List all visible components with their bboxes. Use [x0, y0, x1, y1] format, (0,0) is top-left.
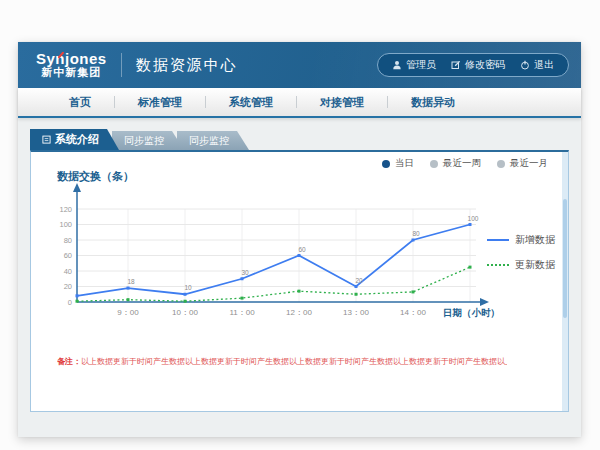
- data-point: [355, 285, 358, 288]
- x-tick-label: 14：00: [400, 308, 426, 317]
- tab-system-intro[interactable]: 系统介绍: [30, 129, 119, 150]
- y-tick-label: 0: [68, 298, 72, 307]
- y-tick-label: 20: [64, 282, 72, 291]
- x-tick-label: 13：00: [343, 308, 369, 317]
- data-point: [76, 300, 79, 303]
- app-window: Synjones 新中新集团 数据资源中心 管理员 修改密码: [18, 42, 581, 437]
- point-value-label: 10: [184, 284, 192, 291]
- tab-label: 系统介绍: [55, 132, 99, 147]
- y-tick-label: 100: [59, 220, 72, 229]
- tab-bar: 系统介绍同步监控同步监控: [30, 129, 581, 150]
- footnote-text: 以上数据更新于时间产生数据以上数据更新于时间产生数据以上数据更新于时间产生数据以…: [81, 357, 507, 366]
- document-icon: [42, 135, 51, 144]
- logo[interactable]: Synjones 新中新集团: [30, 51, 107, 78]
- y-tick-label: 120: [59, 205, 72, 214]
- x-tick-label: 12：00: [286, 308, 312, 317]
- x-axis-title: 日期（小时）: [443, 307, 500, 319]
- logo-company-name: 新中新集团: [36, 67, 107, 79]
- point-value-label: 18: [127, 278, 135, 285]
- legend-item-1[interactable]: 更新数据: [487, 258, 555, 272]
- tab-label: 同步监控: [189, 134, 229, 148]
- data-point: [298, 290, 301, 293]
- legend-item-0[interactable]: 新增数据: [487, 233, 555, 247]
- y-tick-label: 60: [64, 251, 72, 260]
- radio-icon: [497, 160, 505, 168]
- logo-wordmark: Synjones: [36, 51, 107, 67]
- nav-data-change[interactable]: 数据异动: [388, 95, 478, 110]
- change-password-label: 修改密码: [465, 58, 505, 72]
- user-icon: [392, 60, 402, 70]
- data-point: [298, 254, 301, 257]
- x-tick-label: 9：00: [117, 308, 139, 317]
- tab-sync-monitor-2[interactable]: 同步监控: [177, 131, 249, 150]
- filter-today[interactable]: 当日: [382, 157, 414, 170]
- logout-label: 退出: [534, 58, 554, 72]
- y-tick-label: 80: [64, 236, 72, 245]
- footnote: 备注：以上数据更新于时间产生数据以上数据更新于时间产生数据以上数据更新于时间产生…: [57, 356, 507, 367]
- filter-last-week[interactable]: 最近一周: [430, 157, 481, 170]
- data-point: [127, 287, 130, 290]
- panel-scrollbar[interactable]: [562, 152, 568, 411]
- data-point: [469, 266, 472, 269]
- nav-system-mgmt[interactable]: 系统管理: [206, 95, 296, 110]
- data-point: [469, 223, 472, 226]
- data-point: [241, 277, 244, 280]
- data-point: [184, 293, 187, 296]
- user-menu[interactable]: 管理员: [392, 58, 436, 72]
- series-0-line: [77, 225, 470, 296]
- data-point: [127, 298, 130, 301]
- filter-last-month[interactable]: 最近一月: [497, 157, 548, 170]
- chart-legend: 新增数据更新数据: [487, 233, 555, 272]
- data-point: [412, 290, 415, 293]
- x-tick-label: 10：00: [172, 308, 198, 317]
- time-filter-group: 当日最近一周最近一月: [382, 157, 548, 170]
- user-name: 管理员: [406, 58, 436, 72]
- power-icon: [520, 60, 530, 70]
- y-axis-arrow: [73, 183, 81, 192]
- data-point: [241, 297, 244, 300]
- series-1-line: [77, 267, 470, 301]
- app-header: Synjones 新中新集团 数据资源中心 管理员 修改密码: [18, 42, 581, 88]
- point-value-label: 80: [412, 230, 420, 237]
- tab-label: 同步监控: [124, 134, 164, 148]
- nav-home[interactable]: 首页: [46, 95, 114, 110]
- user-toolbar: 管理员 修改密码 退出: [377, 53, 569, 77]
- point-value-label: 60: [298, 246, 306, 253]
- filter-label: 最近一月: [510, 157, 548, 170]
- data-point: [412, 239, 415, 242]
- point-value-label: 30: [241, 269, 249, 276]
- x-axis-arrow: [480, 298, 489, 306]
- data-point: [355, 293, 358, 296]
- footnote-prefix: 备注：: [57, 357, 81, 366]
- logout-button[interactable]: 退出: [520, 58, 554, 72]
- nav-integration-mgmt[interactable]: 对接管理: [297, 95, 387, 110]
- header-divider: [121, 53, 122, 77]
- tab-sync-monitor-1[interactable]: 同步监控: [112, 131, 184, 150]
- main-nav: 首页标准管理系统管理对接管理数据异动: [18, 88, 581, 118]
- x-tick-label: 11：00: [229, 308, 255, 317]
- page-title: 数据资源中心: [136, 56, 238, 75]
- radio-icon: [430, 160, 438, 168]
- filter-label: 最近一周: [443, 157, 481, 170]
- chart-panel: 当日最近一周最近一月 数据交换（条） 0204060801001209：0010…: [30, 150, 569, 412]
- point-value-label: 100: [468, 215, 479, 222]
- y-tick-label: 40: [64, 267, 72, 276]
- data-point: [184, 300, 187, 303]
- filter-label: 当日: [395, 157, 414, 170]
- scrollbar-thumb[interactable]: [563, 199, 567, 318]
- legend-swatch: [487, 239, 509, 241]
- legend-swatch: [487, 264, 509, 266]
- content-area: 系统介绍同步监控同步监控 当日最近一周最近一月 数据交换（条） 02040608…: [18, 129, 581, 412]
- data-point: [76, 294, 79, 297]
- legend-label: 更新数据: [515, 258, 555, 272]
- legend-label: 新增数据: [515, 233, 555, 247]
- edit-icon: [451, 60, 461, 70]
- radio-icon: [382, 160, 390, 168]
- change-password-button[interactable]: 修改密码: [451, 58, 505, 72]
- point-value-label: 20: [355, 277, 363, 284]
- nav-standard-mgmt[interactable]: 标准管理: [115, 95, 205, 110]
